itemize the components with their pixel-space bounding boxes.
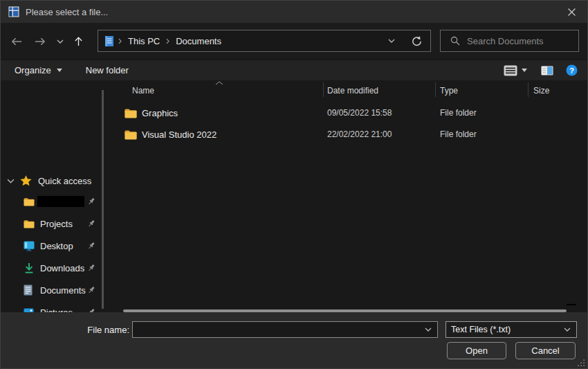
open-button[interactable]: Open [447,342,506,359]
column-header-date-modified[interactable]: Date modified [327,86,378,96]
refresh-icon [412,36,422,46]
cancel-button[interactable]: Cancel [515,342,576,359]
quick-access-label: Quick access [38,176,91,186]
pin-icon [87,264,95,272]
preview-pane-icon [541,66,553,75]
resize-grip[interactable] [577,359,585,367]
window-title: Please select a file... [26,7,108,17]
forward-icon [34,37,46,46]
folder-icon [124,108,138,118]
back-icon [11,37,23,46]
search-icon [450,36,460,46]
help-button[interactable]: ? [566,64,578,76]
window-icon [8,6,19,17]
svg-text:?: ? [569,66,574,75]
chevron-down-icon [425,327,432,332]
sidebar-item-label: Documents [40,285,86,296]
breadcrumb-this-pc[interactable]: This PC [127,36,161,46]
chevron-down-icon [388,39,395,43]
file-type-value: Text Files (*.txt) [446,325,511,334]
folder-icon [124,129,138,140]
column-divider[interactable] [528,82,529,97]
quick-access-star-icon [20,175,32,186]
column-divider[interactable] [323,82,324,97]
file-date-modified: 22/02/2022 21:00 [327,124,392,145]
sort-ascending-icon [215,81,223,85]
search-box [440,30,579,52]
chevron-right-icon [161,38,174,44]
new-folder-label: New folder [86,65,129,75]
file-name-input[interactable] [133,322,419,337]
pin-icon [87,286,95,294]
sidebar-item-redacted-folder[interactable] [1,190,103,213]
back-button[interactable] [9,23,24,60]
dropdown-triangle-icon [57,69,62,72]
file-type: File folder [440,124,477,145]
redacted-label [37,196,84,207]
location-documents-icon [105,36,113,46]
search-input[interactable] [467,36,578,46]
main-area: Quick access Projects Desktop Downloads [1,80,587,314]
column-header-size[interactable]: Size [533,86,549,96]
forward-button[interactable] [32,23,47,60]
details-view-icon [504,65,517,76]
pin-icon [87,219,95,228]
sidebar-item-downloads[interactable]: Downloads [1,257,103,279]
command-toolbar: Organize New folder ? [1,60,587,80]
chevron-right-icon [113,38,127,44]
sidebar-scrollbar[interactable] [102,90,104,309]
column-header-type[interactable]: Type [440,86,458,96]
file-name-dropdown-button[interactable] [419,327,437,332]
titlebar: Please select a file... [1,1,587,23]
file-row-visual-studio-2022[interactable]: Visual Studio 2022 22/02/2022 21:00 File… [111,124,587,145]
sidebar-item-desktop[interactable]: Desktop [1,235,103,257]
column-header-name[interactable]: Name [132,86,154,96]
file-type: File folder [440,102,477,124]
pin-icon [87,197,95,206]
file-name: Graphics [142,102,178,124]
new-folder-button[interactable]: New folder [86,65,129,75]
sidebar-item-label: Desktop [40,241,73,251]
file-list: Name Date modified Type Size Graphics 09… [111,80,587,314]
organize-button[interactable]: Organize [15,65,62,75]
close-button[interactable] [555,1,587,23]
up-icon [74,36,83,46]
up-button[interactable] [72,23,84,60]
column-divider[interactable] [435,82,436,97]
chevron-down-icon[interactable] [7,179,15,183]
navigation-pane: Quick access Projects Desktop Downloads [1,80,111,314]
help-icon: ? [566,64,578,76]
preview-pane-button[interactable] [541,66,553,75]
file-type-select[interactable]: Text Files (*.txt) [445,321,577,338]
address-bar[interactable]: This PC Documents [98,30,431,52]
scrollbar-corner-dash [567,304,576,305]
sidebar-item-documents[interactable]: Documents [1,279,103,301]
navigation-bar: This PC Documents [1,23,587,60]
close-icon [568,8,576,16]
pin-icon [87,242,95,250]
organize-label: Organize [15,65,51,75]
change-view-button[interactable] [504,65,527,76]
documents-icon [24,285,33,296]
chevron-down-icon [558,327,576,332]
file-row-graphics[interactable]: Graphics 09/05/2022 15:58 File folder [111,102,587,124]
sidebar-item-label: Projects [40,219,73,229]
file-dialog-window: Please select a file... This PC [0,0,588,369]
folder-icon [24,197,35,206]
resize-grip-icon [577,359,585,367]
sidebar-item-projects[interactable]: Projects [1,213,103,235]
sidebar-item-quick-access[interactable]: Quick access [1,171,103,190]
dropdown-triangle-icon [522,69,527,72]
desktop-icon [24,241,35,251]
file-name-label: File name: [82,325,129,335]
chevron-down-icon [57,39,64,44]
breadcrumb-documents[interactable]: Documents [174,36,223,46]
file-name: Visual Studio 2022 [142,124,217,145]
refresh-button[interactable] [403,30,430,51]
file-name-combobox [132,321,438,338]
sidebar-item-label: Downloads [40,263,84,273]
file-date-modified: 09/05/2022 15:58 [327,102,392,124]
recent-locations-button[interactable] [55,23,66,60]
footer-panel: File name: Text Files (*.txt) Open Cance… [1,312,587,368]
address-dropdown-button[interactable] [380,30,403,51]
